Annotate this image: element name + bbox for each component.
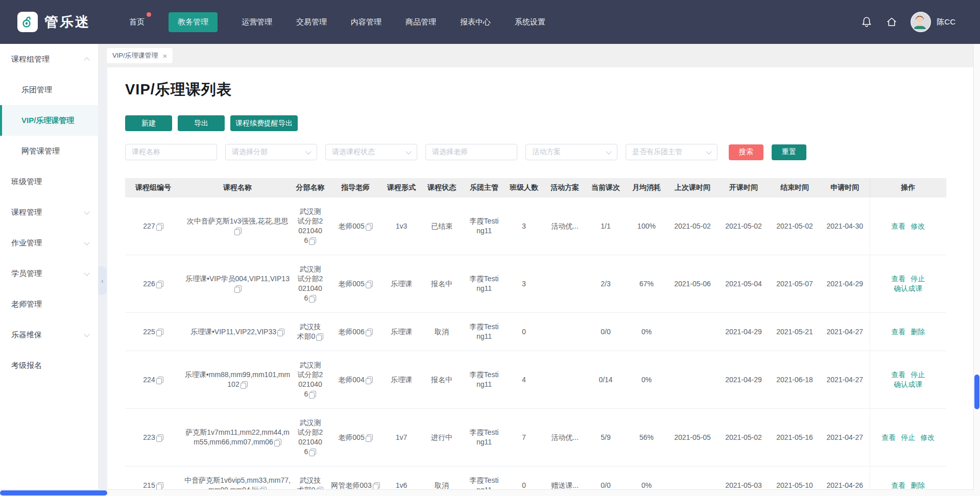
chevron-down-icon [84, 331, 89, 337]
copy-icon[interactable] [158, 482, 163, 488]
select-filter[interactable]: 是否有乐团主管 [626, 144, 718, 160]
copy-icon[interactable] [158, 434, 163, 440]
sidebar-item[interactable]: 班级管理 [0, 166, 98, 197]
nav-item[interactable]: 内容管理 [351, 12, 381, 32]
input-filter[interactable]: 课程名称 [125, 144, 217, 160]
tab-item[interactable]: VIP/乐理课管理× [107, 48, 173, 63]
nav-item[interactable]: 系统设置 [515, 12, 545, 32]
nav-item[interactable]: 首页 [129, 12, 145, 32]
horizontal-scrollbar[interactable] [0, 489, 974, 496]
vertical-scrollbar-thumb[interactable] [974, 375, 979, 409]
cell-monthly: 67% [626, 255, 667, 313]
horizontal-scrollbar-thumb[interactable] [0, 490, 107, 495]
row-action-link[interactable]: 查看 [881, 433, 896, 441]
row-action-link[interactable]: 修改 [920, 433, 935, 441]
sidebar-item[interactable]: 网管课管理 [0, 136, 98, 166]
copy-icon[interactable] [158, 377, 163, 383]
close-icon[interactable]: × [163, 52, 168, 60]
copy-icon[interactable] [236, 285, 242, 291]
row-action-link[interactable]: 查看 [891, 222, 905, 230]
nav-item-label: 运营管理 [242, 17, 272, 26]
select-filter[interactable]: 活动方案 [525, 144, 617, 160]
nav-item[interactable]: 商品管理 [405, 12, 436, 32]
nav-item[interactable]: 运营管理 [242, 12, 272, 32]
row-action-link[interactable]: 停止 [911, 370, 925, 379]
copy-icon[interactable] [367, 281, 373, 287]
row-action-link[interactable]: 确认成课 [894, 284, 922, 292]
cell-value: 进行中 [431, 433, 452, 441]
sidebar-item[interactable]: 考级报名 [0, 350, 98, 381]
sidebar-item[interactable]: VIP/乐理课管理 [0, 105, 98, 136]
nav-item[interactable]: 交易管理 [296, 12, 327, 32]
cell-value: 2021-05-06 [674, 280, 711, 288]
row-action-link[interactable]: 查看 [891, 370, 905, 379]
sidebar-collapse-handle[interactable]: ‹ [98, 266, 107, 295]
cell-value: 2021-04-27 [826, 433, 863, 441]
cell-id: 215 [125, 466, 181, 490]
row-action-link[interactable]: 删除 [911, 328, 925, 336]
column-header: 结束时间 [769, 178, 820, 197]
copy-icon[interactable] [276, 439, 281, 445]
row-action-link[interactable]: 查看 [891, 328, 905, 336]
copy-icon[interactable] [310, 449, 316, 455]
cell-actions: 查看修改 [870, 197, 946, 255]
row-action-link[interactable]: 修改 [911, 222, 925, 230]
row-action-link[interactable]: 停止 [901, 433, 915, 441]
search-button[interactable]: 搜索 [729, 144, 763, 160]
copy-icon[interactable] [374, 482, 380, 488]
cell-id: 225 [125, 313, 181, 351]
select-filter[interactable]: 请选课程状态 [325, 144, 417, 160]
copy-icon[interactable] [158, 223, 163, 229]
sidebar-item[interactable]: 老师管理 [0, 289, 98, 319]
sidebar-item[interactable]: 课程管理 [0, 197, 98, 228]
vertical-scrollbar[interactable] [973, 44, 980, 490]
copy-icon[interactable] [318, 333, 323, 339]
copy-icon[interactable] [242, 381, 248, 387]
nav-item[interactable]: 教务管理 [169, 12, 218, 32]
sidebar-item[interactable]: 学员管理 [0, 258, 98, 289]
copy-icon[interactable] [158, 329, 163, 335]
copy-icon[interactable] [367, 434, 373, 440]
cell-value: 0/0 [601, 481, 610, 489]
copy-icon[interactable] [367, 223, 373, 229]
nav-item[interactable]: 报表中心 [460, 12, 491, 32]
row-action-link[interactable]: 删除 [911, 481, 925, 489]
copy-icon[interactable] [158, 281, 163, 287]
action-button[interactable]: 新建 [125, 115, 172, 131]
row-action-link[interactable]: 查看 [891, 481, 905, 489]
row-action-link[interactable]: 停止 [911, 275, 925, 283]
cell-value: 0% [641, 481, 652, 489]
sidebar-item-label: 课程管理 [11, 208, 42, 217]
sidebar-item[interactable]: 作业管理 [0, 228, 98, 258]
copy-icon[interactable] [310, 391, 316, 397]
cell-value: 网管老师003 [331, 481, 371, 489]
action-button[interactable]: 导出 [178, 115, 225, 131]
input-filter[interactable]: 请选择老师 [425, 144, 517, 160]
copy-icon[interactable] [310, 237, 316, 243]
copy-icon[interactable] [310, 295, 316, 301]
app-logo[interactable] [17, 12, 38, 32]
user-avatar[interactable] [911, 12, 931, 32]
copy-icon[interactable] [279, 329, 284, 335]
cell-manager: 李霞Testing11 [465, 255, 504, 313]
row-action-link[interactable]: 确认成课 [894, 380, 922, 388]
user-name[interactable]: 陈CC [937, 17, 955, 27]
row-action-link[interactable]: 查看 [891, 275, 905, 283]
select-filter[interactable]: 请选择分部 [225, 144, 317, 160]
cell-value: 次中音萨克斯1v3强强,花花,思思 [187, 217, 288, 225]
copy-icon[interactable] [236, 228, 242, 234]
sidebar-item[interactable]: 乐团管理 [0, 75, 98, 105]
home-icon[interactable] [886, 16, 898, 28]
table-row: 225乐理课•VIP11,VIP22,VIP33武汉技术部0老师006乐理课取消… [125, 313, 946, 351]
sidebar-item[interactable]: 课程组管理 [0, 44, 98, 75]
filter-bar: 课程名称请选择分部请选课程状态请选择老师活动方案是否有乐团主管搜索重置 [125, 144, 974, 160]
cell-value: 2021-05-07 [776, 280, 813, 288]
copy-icon[interactable] [367, 377, 373, 383]
copy-icon[interactable] [367, 329, 373, 335]
cell-value: 2021-05-02 [776, 222, 813, 230]
bell-icon[interactable] [861, 16, 873, 28]
cell-value: 乐理课 [391, 280, 412, 288]
sidebar-item[interactable]: 乐器维保 [0, 319, 98, 350]
action-button[interactable]: 课程续费提醒导出 [230, 115, 298, 131]
reset-button[interactable]: 重置 [772, 144, 806, 160]
